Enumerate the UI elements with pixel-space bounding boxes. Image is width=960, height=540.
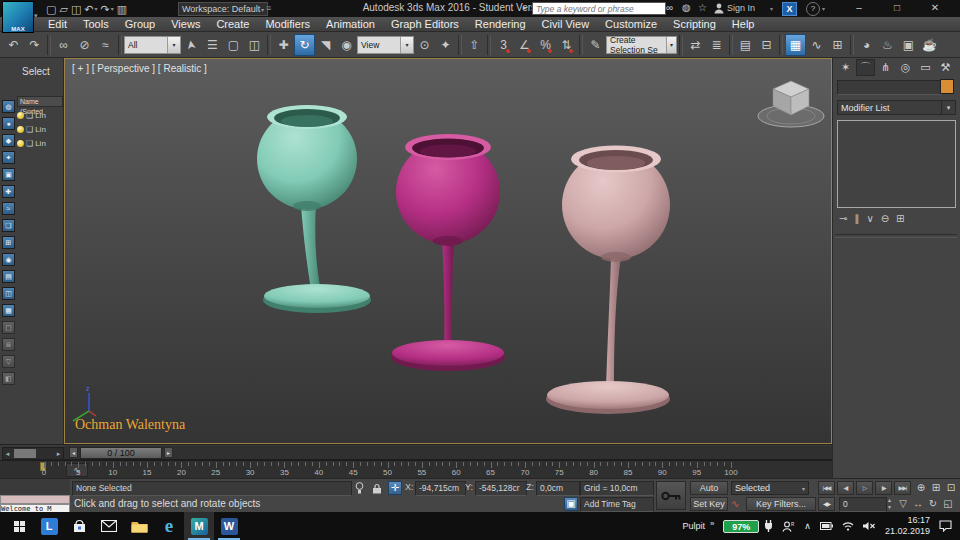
display-shapes-icon[interactable]: ◆ [2, 134, 15, 147]
scene-explorer-row[interactable]: ❏Lin [17, 122, 63, 136]
menu-item-civil-view[interactable]: Civil View [534, 17, 597, 32]
display-groups-icon[interactable]: ❏ [2, 219, 15, 232]
toggle-scene-explorer-icon[interactable]: ▦ [785, 34, 806, 56]
configure-modifier-sets-icon[interactable]: ⊞ [896, 213, 904, 224]
communication-center-icon[interactable]: ◍ [682, 2, 691, 13]
use-pivot-point-center-icon[interactable]: ⊙ [414, 34, 435, 56]
menu-item-create[interactable]: Create [208, 17, 257, 32]
pan-icon[interactable]: ↔ [911, 497, 925, 511]
visibility-bulb-icon[interactable] [17, 140, 24, 147]
menu-item-help[interactable]: Help [724, 17, 763, 32]
people-icon[interactable]: R [782, 521, 795, 532]
object-name-field[interactable] [837, 80, 943, 95]
select-and-rotate-icon[interactable]: ↻ [294, 34, 315, 56]
maximize-viewport-icon[interactable]: ◱ [941, 497, 955, 511]
select-and-manipulate-icon[interactable]: ✦ [435, 34, 456, 56]
visibility-bulb-icon[interactable] [17, 112, 24, 119]
x-coordinate-field[interactable]: -94,715cm [415, 481, 466, 496]
exchange-apps-icon[interactable]: X [782, 2, 797, 16]
display-lights-icon[interactable]: ✦ [2, 151, 15, 164]
key-mode-toggle-button[interactable]: ◀▶ [818, 497, 835, 511]
select-and-link-icon[interactable]: ∞ [53, 34, 74, 56]
keyboard-shortcut-override-icon[interactable]: ⇧ [464, 34, 485, 56]
display-space-warps-icon[interactable]: ≈ [2, 202, 15, 215]
add-time-tag-field[interactable]: Add Time Tag [580, 497, 654, 512]
menu-item-modifiers[interactable]: Modifiers [257, 17, 318, 32]
scroll-left-icon[interactable]: ◂ [3, 450, 12, 458]
tab-hierarchy[interactable]: ⋔ [876, 59, 895, 76]
show-end-result-icon[interactable]: ∥ [854, 213, 859, 224]
manage-layers-icon[interactable]: ▤ [735, 34, 756, 56]
display-frozen-icon[interactable]: ▦ [2, 304, 15, 317]
z-coordinate-field[interactable]: 0,0cm [536, 481, 580, 496]
taskbar-mail-app[interactable] [94, 512, 124, 540]
zoom-icon[interactable]: ⊕ [914, 481, 928, 495]
display-helpers-icon[interactable]: ✚ [2, 185, 15, 198]
y-coordinate-field[interactable]: -545,128cr [475, 481, 527, 496]
display-geometry-icon[interactable]: ● [2, 117, 15, 130]
angle-snap-icon[interactable]: ∠ [514, 34, 535, 56]
tab-motion[interactable]: ◎ [896, 59, 915, 76]
taskbar-clock[interactable]: 16:17 21.02.2019 [885, 515, 930, 538]
next-frame-arrow[interactable]: ▸ [164, 447, 173, 458]
taskbar-start-button[interactable] [4, 512, 34, 540]
chevron-down-icon[interactable]: ▾ [111, 2, 114, 16]
taskbar-store-app[interactable] [64, 512, 94, 540]
layer-list-icon[interactable]: ⊟ [756, 34, 777, 56]
select-by-name-icon[interactable]: ☰ [202, 34, 223, 56]
isolate-selection-icon[interactable] [355, 482, 364, 495]
chevron-down-icon[interactable]: ▾ [95, 2, 98, 16]
select-and-scale-icon[interactable]: ◥ [315, 34, 336, 56]
menu-item-tools[interactable]: Tools [75, 17, 117, 32]
key-mode-dropdown[interactable]: Selected ▾ [731, 481, 809, 495]
taskbar-file-explorer[interactable] [124, 512, 154, 540]
toolbar-overflow-handle[interactable]: ≡ [266, 3, 271, 13]
play-button[interactable]: ▷ [856, 481, 873, 495]
display-xrefs-icon[interactable]: ⊞ [2, 236, 15, 249]
mirror-icon[interactable]: ⇄ [685, 34, 706, 56]
pulpit-chevron-icon[interactable]: » [710, 519, 714, 528]
explorer-horizontal-scrollbar[interactable]: ◂ ▸ [2, 447, 64, 460]
display-materials-icon[interactable]: ◉ [2, 253, 15, 266]
selection-filter-dropdown[interactable]: All▾ [124, 36, 181, 54]
pin-stack-icon[interactable]: ⊸ [839, 213, 847, 224]
undo-icon[interactable]: ↶ [3, 34, 24, 56]
search-icon[interactable]: ∞ [666, 2, 673, 13]
lock-explorer-icon[interactable]: ◧ [2, 372, 15, 385]
workspace-dropdown[interactable]: Workspace: Default ▾ [178, 2, 268, 16]
taskbar-librus-app[interactable]: L [34, 512, 64, 540]
make-unique-icon[interactable]: ∨ [866, 213, 873, 224]
taskbar-3dsmax-app[interactable]: M [184, 512, 214, 540]
filter-icon[interactable]: ▽ [2, 355, 15, 368]
battery-tray-icon[interactable] [820, 522, 833, 530]
name-column-header[interactable]: Name (Sorted [17, 96, 63, 107]
sign-in-chevron-icon[interactable]: ▾ [770, 5, 773, 12]
volume-muted-icon[interactable] [863, 521, 876, 531]
rendered-frame-window-icon[interactable]: ▣ [898, 34, 919, 56]
render-production-icon[interactable]: ☕ [919, 34, 940, 56]
redo-icon[interactable]: ↷ [24, 34, 45, 56]
track-bar[interactable]: ∿ 05101520253035404550556065707580859095… [0, 460, 832, 478]
orbit-icon[interactable]: ↻ [926, 497, 940, 511]
modifier-stack-list[interactable] [837, 120, 956, 208]
unlink-selection-icon[interactable]: ⊘ [74, 34, 95, 56]
menu-item-views[interactable]: Views [163, 17, 208, 32]
open-file-icon[interactable]: ▱ [59, 2, 67, 16]
scrollbar-thumb[interactable] [14, 449, 36, 458]
redo-icon[interactable]: ↷ [101, 2, 110, 16]
close-button[interactable]: ✕ [922, 0, 948, 16]
max-application-logo[interactable]: MAX [2, 1, 34, 33]
undo-icon[interactable]: ↶ [84, 2, 93, 16]
percent-snap-icon[interactable]: % [535, 34, 556, 56]
menu-item-edit[interactable]: Edit [40, 17, 75, 32]
render-setup-icon[interactable]: ♨ [877, 34, 898, 56]
time-slider-track[interactable]: ◂ 0 / 100 ▸ [64, 446, 832, 460]
pink-wine-glass[interactable] [546, 146, 670, 415]
named-selection-set-dropdown[interactable]: Create Selection Se▾ [606, 36, 677, 54]
rectangular-selection-region-icon[interactable]: ▢ [223, 34, 244, 56]
tab-create[interactable]: ✶ [836, 59, 855, 76]
track-bar-ruler[interactable]: 0510152025303540455055606570758085909510… [0, 461, 832, 479]
spinner-snap-icon[interactable]: ⇅ [556, 34, 577, 56]
viewport-label[interactable]: [ + ] [ Perspective ] [ Realistic ] [72, 63, 207, 74]
perspective-viewport[interactable]: z [ + ] [ Perspective ] [ Realistic ] Oc… [64, 58, 832, 444]
